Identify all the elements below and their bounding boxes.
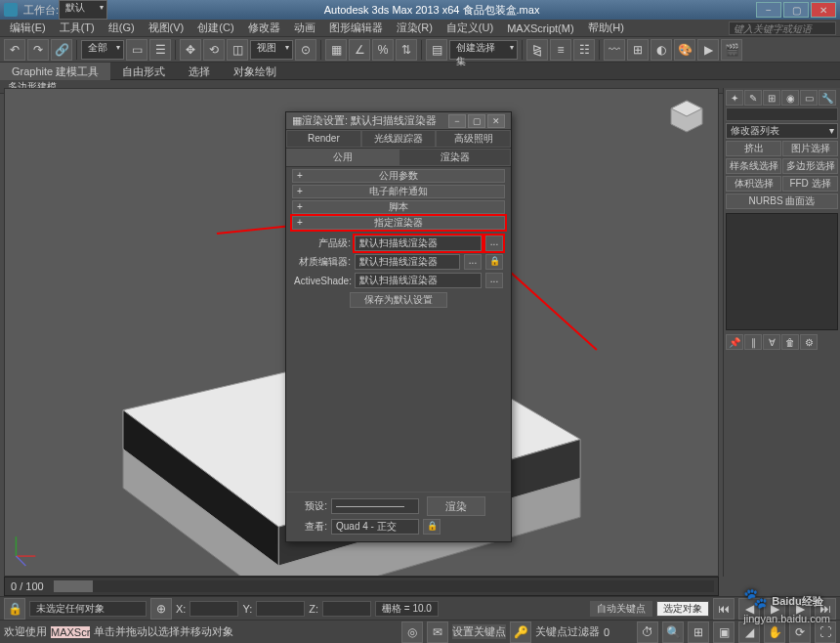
current-frame-field[interactable]: 0 (604, 626, 633, 638)
medit-choose-button[interactable]: ... (464, 254, 482, 270)
mod-extrude[interactable]: 挤出 (726, 141, 781, 156)
preset-dropdown[interactable]: ——————— (331, 498, 419, 514)
menu-rendering[interactable]: 渲染(R) (391, 21, 439, 35)
close-button[interactable]: ✕ (811, 2, 836, 18)
dialog-minimize-button[interactable]: − (448, 114, 466, 128)
render-button[interactable]: 🎬 (721, 39, 742, 61)
rollout-assign-renderer[interactable]: 指定渲染器 (292, 216, 505, 230)
modifier-list-dropdown[interactable]: 修改器列表 (726, 123, 838, 139)
menu-animation[interactable]: 动画 (288, 21, 321, 35)
goto-start-button[interactable]: ⏮ (713, 598, 735, 620)
x-field[interactable] (189, 601, 238, 617)
production-choose-button[interactable]: ... (485, 236, 503, 251)
undo-button[interactable]: ↶ (4, 39, 25, 61)
fov-icon[interactable]: ◢ (738, 622, 760, 643)
layers-button[interactable]: ☷ (573, 39, 595, 61)
utilities-tab-icon[interactable]: 🔧 (819, 90, 836, 106)
key-filters-button[interactable]: 关键点过滤器 (535, 624, 600, 639)
angle-snap-button[interactable]: ∠ (349, 39, 370, 61)
render-frame-button[interactable]: ▶ (697, 39, 719, 61)
dialog-restore-button[interactable]: ▢ (468, 114, 485, 128)
curve-editor-button[interactable]: 〰 (604, 39, 625, 61)
lock-selection-icon[interactable]: 🔒 (4, 598, 25, 620)
dialog-close-button[interactable]: ✕ (487, 114, 505, 128)
rollout-scripts[interactable]: 脚本 (292, 200, 505, 214)
modifier-stack[interactable] (726, 213, 838, 330)
save-defaults-button[interactable]: 保存为默认设置 (350, 292, 447, 308)
render-setup-button[interactable]: 🎨 (674, 39, 695, 61)
menu-maxscript[interactable]: MAXScript(M) (501, 22, 579, 34)
time-slider[interactable]: 0 / 100 (4, 577, 719, 596)
percent-snap-button[interactable]: % (372, 39, 394, 61)
view-lock-button[interactable]: 🔒 (423, 519, 441, 535)
setkey-button[interactable]: 设置关键点 (452, 624, 506, 639)
prev-frame-button[interactable]: ◀ (738, 598, 760, 620)
mod-volsel[interactable]: 体积选择 (726, 176, 781, 192)
absolute-mode-icon[interactable]: ⊕ (150, 598, 172, 620)
next-frame-button[interactable]: ▶ (789, 598, 811, 620)
remove-mod-icon[interactable]: 🗑 (781, 334, 799, 350)
maximize-button[interactable]: ▢ (783, 2, 809, 18)
maxscript-listener[interactable]: MAXScr (51, 626, 90, 638)
menu-edit[interactable]: 编辑(E) (4, 21, 52, 35)
time-slider-track[interactable] (54, 580, 714, 592)
spinner-snap-button[interactable]: ⇅ (396, 39, 417, 61)
create-tab-icon[interactable]: ✦ (726, 90, 743, 106)
display-tab-icon[interactable]: ▭ (800, 90, 818, 106)
ribbon-tab-graphite[interactable]: Graphite 建模工具 (0, 63, 110, 80)
ribbon-tab-paint[interactable]: 对象绘制 (222, 63, 288, 80)
ribbon-tab-freeform[interactable]: 自由形式 (110, 63, 177, 80)
help-search-input[interactable]: 键入关键字或短语 (729, 21, 836, 35)
y-field[interactable] (256, 601, 305, 617)
viewcube[interactable] (667, 97, 706, 136)
named-sel-button[interactable]: ▤ (426, 39, 447, 61)
comm-center-icon[interactable]: ✉ (427, 622, 448, 643)
mod-ffdsel[interactable]: FFD 选择 (782, 176, 838, 192)
minimize-button[interactable]: − (756, 2, 781, 18)
mod-picsel[interactable]: 图片选择 (782, 141, 838, 156)
link-button[interactable]: 🔗 (51, 39, 72, 61)
z-field[interactable] (322, 601, 371, 617)
medit-lock-button[interactable]: 🔒 (485, 254, 503, 270)
modify-tab-icon[interactable]: ✎ (744, 90, 762, 106)
redo-button[interactable]: ↷ (27, 39, 49, 61)
motion-tab-icon[interactable]: ◉ (781, 90, 799, 106)
select-name-button[interactable]: ☰ (149, 39, 171, 61)
mod-polysel[interactable]: 多边形选择 (782, 158, 838, 174)
zoom-icon[interactable]: 🔍 (662, 622, 684, 643)
selected-obj-dropdown[interactable]: 选定对象 (656, 601, 709, 617)
isolate-icon[interactable]: ◎ (401, 622, 423, 643)
mod-nurbs[interactable]: NURBS 曲面选 (726, 193, 838, 209)
time-config-button[interactable]: ⏱ (637, 622, 658, 643)
hierarchy-tab-icon[interactable]: ⊞ (763, 90, 780, 106)
selection-filter-dropdown[interactable]: 全部 (81, 40, 124, 60)
autokey-button[interactable]: 自动关键点 (590, 601, 652, 617)
menu-help[interactable]: 帮助(H) (582, 21, 630, 35)
menu-create[interactable]: 创建(C) (191, 21, 239, 35)
center-button[interactable]: ⊙ (295, 39, 316, 61)
material-editor-button[interactable]: ◐ (651, 39, 672, 61)
mirror-button[interactable]: ⧎ (526, 39, 548, 61)
named-sel-dropdown[interactable]: 创建选择集 (449, 40, 518, 60)
object-name-field[interactable] (726, 107, 838, 121)
orbit-icon[interactable]: ⟳ (789, 622, 811, 643)
workspace-dropdown[interactable]: 默认 (59, 0, 107, 20)
max-viewport-icon[interactable]: ⛶ (815, 622, 836, 643)
menu-tools[interactable]: 工具(T) (54, 21, 101, 35)
zoom-all-icon[interactable]: ⊞ (688, 622, 709, 643)
select-button[interactable]: ▭ (126, 39, 147, 61)
select-rotate-button[interactable]: ⟲ (203, 39, 225, 61)
dialog-titlebar[interactable]: ▦ 渲染设置: 默认扫描线渲染器 − ▢ ✕ (286, 112, 511, 130)
activeshade-choose-button[interactable]: ... (485, 273, 503, 288)
rollout-email[interactable]: 电子邮件通知 (292, 185, 505, 198)
tab-raytracer[interactable]: 光线跟踪器 (361, 130, 437, 148)
unique-icon[interactable]: ∀ (763, 334, 780, 350)
menu-customize[interactable]: 自定义(U) (441, 21, 499, 35)
rollout-common-params[interactable]: 公用参数 (292, 169, 505, 183)
tab-renderer[interactable]: 渲染器 (399, 149, 511, 166)
ribbon-tab-selection[interactable]: 选择 (177, 63, 222, 80)
key-mode-icon[interactable]: 🔑 (510, 622, 531, 643)
menu-grapheditors[interactable]: 图形编辑器 (323, 21, 389, 35)
tab-common[interactable]: 公用 (286, 149, 399, 166)
zoom-extents-icon[interactable]: ▣ (713, 622, 735, 643)
